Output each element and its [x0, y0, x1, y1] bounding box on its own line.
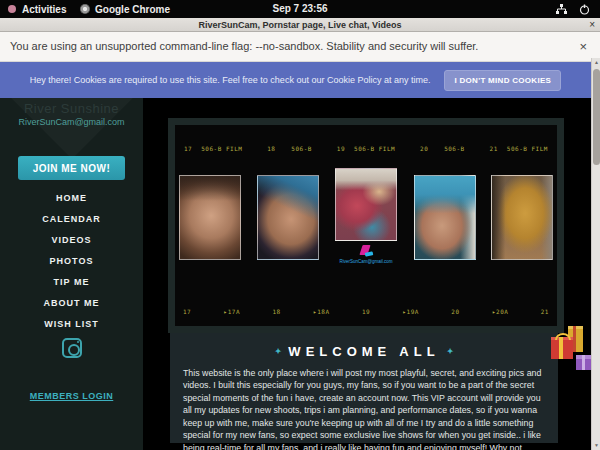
film-edge-label: ▸17A [224, 308, 240, 315]
welcome-body-text: This website is the only place where i w… [183, 367, 545, 450]
film-edge-label: 19 [362, 308, 370, 315]
filmstrip: 17506-B FILM 18506-B 19506-B FILM 20506-… [175, 125, 557, 326]
scrollbar-down-arrow-icon[interactable]: ▼ [592, 441, 600, 450]
filmstrip-panel: 17506-B FILM 18506-B 19506-B FILM 20506-… [168, 118, 564, 333]
film-edge-label: 506-B [291, 145, 312, 152]
heading-ornament-right: ✦ [447, 347, 454, 356]
film-edge-label: 506-B FILM [507, 145, 548, 152]
contact-email-link[interactable]: RiverSunCam@gmail.com [0, 117, 143, 127]
logo-glyph-icon [358, 245, 374, 258]
welcome-title: WELCOME ALL [288, 344, 439, 359]
thumbnail-3-group: RiverSunCam@gmail.com [334, 168, 398, 264]
scrollbar-up-arrow-icon[interactable]: ▲ [592, 58, 600, 67]
film-edge-top-row: 17506-B FILM 18506-B 19506-B FILM 20506-… [175, 145, 557, 152]
film-edge-bottom-row: 17 ▸17A 18 ▸18A 19 ▸19A 20 ▸20A 21 [183, 308, 549, 315]
film-edge-label: 20 [451, 308, 459, 315]
network-icon[interactable] [556, 4, 567, 15]
film-edge-label: 506-B FILM [354, 145, 395, 152]
chrome-icon [80, 4, 90, 14]
film-edge-label: 17 [183, 308, 191, 315]
photo-thumbnail-3[interactable] [335, 168, 397, 241]
page-background-photo: River Sunshine RiverSunCam@gmail.com JOI… [0, 98, 600, 450]
film-edge-label: ▸19A [402, 308, 418, 315]
photo-thumbnail-2[interactable] [257, 175, 319, 260]
heading-ornament-left: ✦ [275, 347, 282, 356]
sidebar-nav: HOME CALENDAR VIDEOS PHOTOS TIP ME ABOUT… [0, 188, 143, 335]
window-title-bar: RiverSunCam, Pornstar page, Live chat, V… [0, 18, 600, 32]
power-icon[interactable] [579, 4, 590, 15]
cookie-accept-button[interactable]: I DON'T MIND COOKIES [444, 70, 561, 91]
activities-button[interactable]: Activities [8, 0, 66, 18]
film-edge-label: 506-B [444, 145, 465, 152]
film-edge-label: 17 [184, 145, 192, 152]
sidebar-item-videos[interactable]: VIDEOS [0, 230, 143, 251]
sandbox-warning-bar: You are using an unsupported command-lin… [0, 32, 600, 62]
film-edge-label: 18 [267, 145, 275, 152]
scrollbar[interactable]: ▲ ▼ [591, 58, 600, 450]
thumbnail-row: RiverSunCam@gmail.com [179, 175, 553, 264]
sidebar-item-home[interactable]: HOME [0, 188, 143, 209]
sidebar: River Sunshine RiverSunCam@gmail.com JOI… [0, 98, 143, 450]
photo-thumbnail-4[interactable] [414, 175, 476, 260]
focused-app-label: Google Chrome [95, 4, 170, 15]
cookie-message: Hey there! Cookies are required to use t… [30, 75, 431, 85]
gifts-widget[interactable] [550, 324, 596, 380]
logo-watermark-text: RiverSunCam@gmail.com [337, 258, 395, 263]
film-edge-label: 19 [337, 145, 345, 152]
film-edge-label: ▸18A [313, 308, 329, 315]
clock[interactable]: Sep 7 23:56 [272, 0, 327, 18]
film-edge-label: 21 [541, 308, 549, 315]
scrollbar-thumb[interactable] [593, 69, 600, 165]
window-close-icon[interactable]: × [589, 18, 595, 31]
activities-dot-icon [8, 5, 16, 13]
site-name: River Sunshine [0, 101, 143, 116]
sidebar-item-photos[interactable]: PHOTOS [0, 251, 143, 272]
focused-app-menu[interactable]: Google Chrome [80, 0, 170, 18]
film-edge-label: 506-B FILM [201, 145, 242, 152]
sidebar-item-wish-list[interactable]: WISH LIST [0, 314, 143, 335]
sidebar-item-calendar[interactable]: CALENDAR [0, 209, 143, 230]
window-title: RiverSunCam, Pornstar page, Live chat, V… [0, 18, 600, 32]
warning-close-icon[interactable]: × [579, 32, 587, 61]
sidebar-item-tip-me[interactable]: TIP ME [0, 272, 143, 293]
welcome-panel: ✦WELCOME ALL✦ This website is the only p… [170, 333, 558, 443]
instagram-camera-icon[interactable] [62, 338, 82, 358]
photo-thumbnail-5[interactable] [491, 175, 553, 260]
site-logo-stamp: RiverSunCam@gmail.com [334, 245, 398, 264]
sidebar-item-about-me[interactable]: ABOUT ME [0, 293, 143, 314]
activities-label: Activities [22, 4, 66, 15]
gift-box-red-icon [551, 337, 573, 359]
join-now-button[interactable]: JOIN ME NOW! [18, 156, 125, 180]
sandbox-warning-text: You are using an unsupported command-lin… [10, 32, 478, 61]
members-login-link[interactable]: MEMBERS LOGIN [0, 391, 143, 401]
gnome-top-bar: Activities Google Chrome Sep 7 23:56 [0, 0, 600, 18]
cookie-banner: Hey there! Cookies are required to use t… [0, 62, 591, 98]
film-edge-label: ▸20A [492, 308, 508, 315]
photo-thumbnail-1[interactable] [179, 175, 241, 260]
film-edge-label: 18 [272, 308, 280, 315]
film-edge-label: 20 [420, 145, 428, 152]
screen: Activities Google Chrome Sep 7 23:56 Riv… [0, 0, 600, 450]
film-edge-label: 21 [490, 145, 498, 152]
welcome-heading: ✦WELCOME ALL✦ [183, 344, 545, 359]
